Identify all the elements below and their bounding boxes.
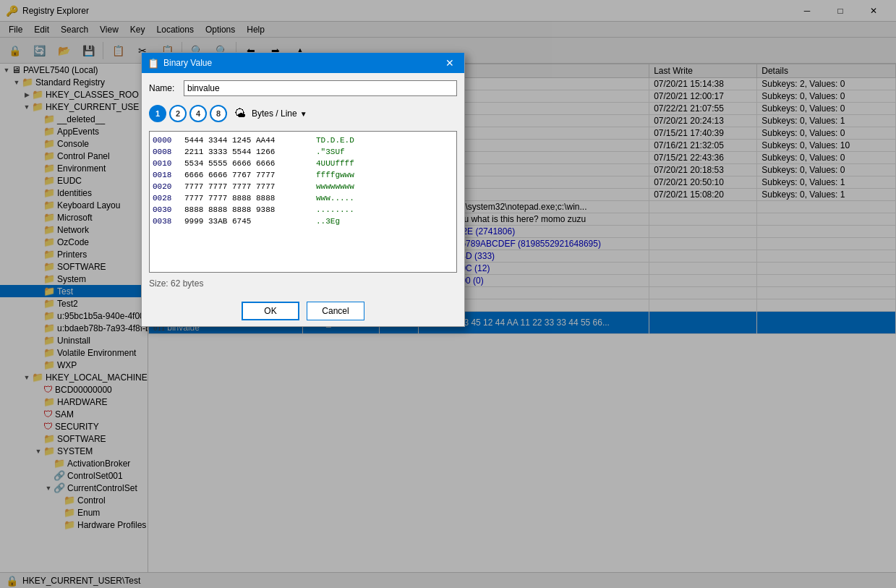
dropdown-arrow-icon: ▼ [300, 110, 307, 118]
dialog-close-button[interactable]: ✕ [441, 54, 458, 72]
dialog-footer: OK Cancel [142, 296, 464, 326]
bytes-dropdown[interactable]: ▼ [300, 110, 307, 118]
hex-row: 0028 7777 7777 8888 8888 www..... [153, 192, 453, 204]
name-row: Name: [149, 80, 457, 96]
byte-line-row: 1 2 4 8 🌤 Bytes / Line ▼ [149, 102, 457, 125]
cancel-button[interactable]: Cancel [307, 302, 364, 320]
hex-row: 0020 7777 7777 7777 7777 wwwwwwww [153, 181, 453, 192]
byte-btn-8[interactable]: 8 [210, 105, 227, 122]
byte-btn-4[interactable]: 4 [189, 105, 207, 122]
binary-value-dialog: 📋 Binary Value ✕ Name: 1 2 4 8 🌤 Bytes /… [141, 52, 465, 327]
byte-btn-2[interactable]: 2 [169, 105, 187, 122]
name-label: Name: [149, 83, 178, 93]
hex-row: 0030 8888 8888 8888 9388 ........ [153, 204, 453, 216]
dialog-titlebar: 📋 Binary Value ✕ [142, 53, 464, 73]
byte-btn-1[interactable]: 1 [149, 105, 166, 122]
hex-display[interactable]: 0000 5444 3344 1245 AA44 TD.D.E.D 0008 2… [149, 131, 457, 273]
sun-icon: 🌤 [234, 107, 246, 120]
hex-row: 0010 5534 5555 6666 6666 4UUUffff [153, 158, 453, 169]
hex-row: 0000 5444 3344 1245 AA44 TD.D.E.D [153, 135, 453, 146]
dialog-body: Name: 1 2 4 8 🌤 Bytes / Line ▼ 0000 5444… [142, 73, 464, 296]
size-label: Size: 62 bytes [149, 278, 457, 289]
name-input[interactable] [184, 80, 457, 96]
ok-button[interactable]: OK [242, 302, 299, 320]
hex-row: 0008 2211 3333 5544 1266 ."3SUf [153, 146, 453, 158]
hex-row: 0038 9999 33AB 6745 ..3Eg [153, 216, 453, 227]
dialog-icon: 📋 [148, 58, 159, 69]
bytes-per-line-label: Bytes / Line [252, 108, 297, 119]
modal-overlay: 📋 Binary Value ✕ Name: 1 2 4 8 🌤 Bytes /… [0, 0, 896, 582]
hex-row: 0018 6666 6666 7767 7777 ffffgwww [153, 169, 453, 181]
dialog-title: Binary Value [163, 58, 437, 68]
